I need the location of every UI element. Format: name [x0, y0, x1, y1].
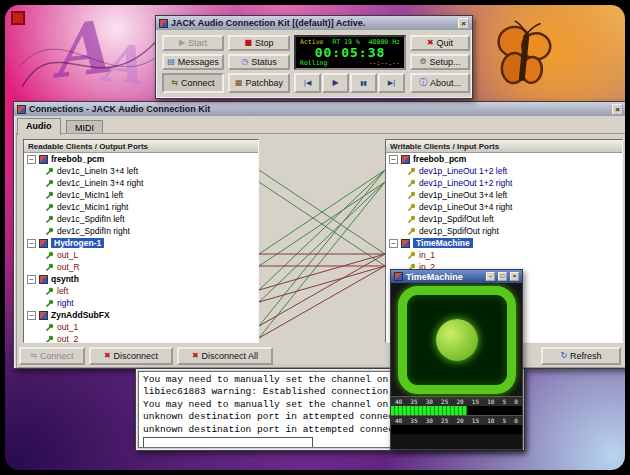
record-button[interactable]	[398, 286, 516, 394]
main-titlebar[interactable]: JACK Audio Connection Kit [(default)] Ac…	[156, 16, 472, 30]
port-label: dev1p_SpdifOut left	[419, 214, 494, 224]
transport-forward-button[interactable]: ▶|	[378, 73, 405, 93]
timemachine-body: 40 35 30 25 20 15 10 5 0 40 35 30 25 20 …	[391, 283, 522, 449]
disconnect-all-button[interactable]: ✖ Disconnect All	[177, 347, 273, 365]
audio-tab-panel: Readable Clients / Output Ports − freebo…	[16, 133, 625, 368]
port-icon	[45, 227, 54, 236]
port-row[interactable]: out_2	[24, 333, 258, 343]
connections-connect-button[interactable]: ⇆ Connect	[19, 347, 85, 365]
port-row[interactable]: out_R	[24, 261, 258, 273]
meter-scale: 40 35 30 25 20 15 10 5 0	[391, 396, 522, 406]
port-row[interactable]: dev1c_SpdifIn right	[24, 225, 258, 237]
client-label: freebob_pcm	[51, 154, 104, 164]
close-icon[interactable]: ×	[458, 18, 469, 29]
port-row[interactable]: dev1p_SpdifOut right	[386, 225, 622, 237]
client-row-selected[interactable]: − Hydrogen-1	[24, 237, 258, 249]
quit-button[interactable]: ✖ Quit	[410, 35, 470, 51]
output-ports-panel: Readable Clients / Output Ports − freebo…	[23, 139, 259, 343]
transport-pause-button[interactable]: ▮▮	[350, 73, 377, 93]
expander-icon[interactable]: −	[389, 239, 398, 248]
port-row[interactable]: dev1c_SpdifIn left	[24, 213, 258, 225]
close-icon[interactable]: ×	[510, 272, 519, 281]
start-button[interactable]: ▶ Start	[162, 35, 224, 51]
port-icon	[407, 167, 416, 176]
play-icon: ▶	[179, 39, 185, 47]
tab-audio[interactable]: Audio	[17, 118, 61, 135]
port-row[interactable]: dev1c_MicIn1 left	[24, 189, 258, 201]
port-icon	[407, 191, 416, 200]
desktop: A A JACK Audio Connection Kit [(default)…	[5, 5, 625, 470]
messages-icon: ▤	[167, 58, 175, 66]
port-row[interactable]: in_1	[386, 249, 622, 261]
connections-titlebar[interactable]: Connections - JACK Audio Connection Kit …	[14, 102, 625, 116]
main-window-title: JACK Audio Connection Kit [(default)] Ac…	[171, 18, 455, 28]
port-icon	[407, 179, 416, 188]
patchbay-icon: ▦	[235, 79, 243, 87]
refresh-button[interactable]: ↻ Refresh	[541, 347, 621, 365]
client-row-selected[interactable]: − TimeMachine	[386, 237, 622, 249]
expander-icon[interactable]: −	[27, 239, 36, 248]
port-row[interactable]: dev1c_MicIn1 right	[24, 201, 258, 213]
expander-icon[interactable]: −	[27, 155, 36, 164]
port-row[interactable]: dev1p_LineOut 1+2 left	[386, 165, 622, 177]
client-row[interactable]: − qsynth	[24, 273, 258, 285]
gear-icon: ⚙	[419, 58, 426, 66]
connect-icon: ⇆	[171, 79, 178, 87]
main-window: JACK Audio Connection Kit [(default)] Ac…	[155, 15, 473, 99]
quit-icon: ✖	[427, 39, 434, 47]
messages-button[interactable]: ▤ Messages	[162, 54, 224, 70]
port-row[interactable]: dev1p_SpdifOut left	[386, 213, 622, 225]
port-icon	[407, 227, 416, 236]
port-label: dev1c_MicIn1 right	[57, 202, 128, 212]
port-row[interactable]: dev1p_LineOut 3+4 left	[386, 189, 622, 201]
port-icon	[45, 191, 54, 200]
client-label: qsynth	[51, 274, 79, 284]
port-label: right	[57, 298, 74, 308]
connect-button[interactable]: ⇆ Connect	[162, 73, 224, 93]
client-row[interactable]: − freebob_pcm	[386, 153, 622, 165]
client-row[interactable]: − freebob_pcm	[24, 153, 258, 165]
port-row[interactable]: dev1c_LineIn 3+4 right	[24, 177, 258, 189]
maximize-icon[interactable]: □	[498, 272, 507, 281]
client-row[interactable]: − ZynAddSubFX	[24, 309, 258, 321]
expander-icon[interactable]: −	[389, 155, 398, 164]
port-label: out_2	[57, 334, 78, 343]
app-icon	[394, 272, 403, 281]
stop-icon: ■	[244, 39, 252, 47]
port-row[interactable]: dev1c_LineIn 3+4 left	[24, 165, 258, 177]
transport-time: --:--.--	[369, 59, 400, 67]
port-icon	[45, 203, 54, 212]
vu-meter-2	[391, 425, 522, 434]
close-icon[interactable]: ×	[612, 104, 623, 115]
expander-icon[interactable]: −	[27, 275, 36, 284]
transport-rewind-button[interactable]: |◀	[294, 73, 321, 93]
transport-play-button[interactable]: ▶	[322, 73, 349, 93]
port-icon	[45, 251, 54, 260]
status-icon: ◷	[241, 58, 248, 66]
port-label: dev1p_LineOut 3+4 left	[419, 190, 507, 200]
meter-scale: 40 35 30 25 20 15 10 5 0	[391, 415, 522, 425]
port-icon	[45, 167, 54, 176]
about-button[interactable]: ⓘ About...	[410, 73, 470, 93]
client-icon	[39, 275, 48, 284]
minimize-icon[interactable]: -	[486, 272, 495, 281]
patchbay-button[interactable]: ▦ Patchbay	[228, 73, 290, 93]
timemachine-title: TimeMachine	[406, 272, 483, 282]
port-row[interactable]: out_L	[24, 249, 258, 261]
expander-icon[interactable]: −	[27, 311, 36, 320]
port-row[interactable]: dev1p_LineOut 3+4 right	[386, 201, 622, 213]
port-row[interactable]: right	[24, 297, 258, 309]
status-button[interactable]: ◷ Status	[228, 54, 290, 70]
stop-button[interactable]: ■ Stop	[228, 35, 290, 51]
client-label: ZynAddSubFX	[51, 310, 110, 320]
port-row[interactable]: dev1p_LineOut 1+2 right	[386, 177, 622, 189]
elapsed-time: 00:05:38	[300, 46, 400, 59]
client-label: TimeMachine	[413, 238, 473, 248]
setup-button[interactable]: ⚙ Setup...	[410, 54, 470, 70]
client-label: freebob_pcm	[413, 154, 466, 164]
port-icon	[45, 287, 54, 296]
port-row[interactable]: left	[24, 285, 258, 297]
disconnect-button[interactable]: ✖ Disconnect	[89, 347, 173, 365]
port-row[interactable]: out_1	[24, 321, 258, 333]
timemachine-titlebar[interactable]: TimeMachine - □ ×	[391, 270, 522, 283]
